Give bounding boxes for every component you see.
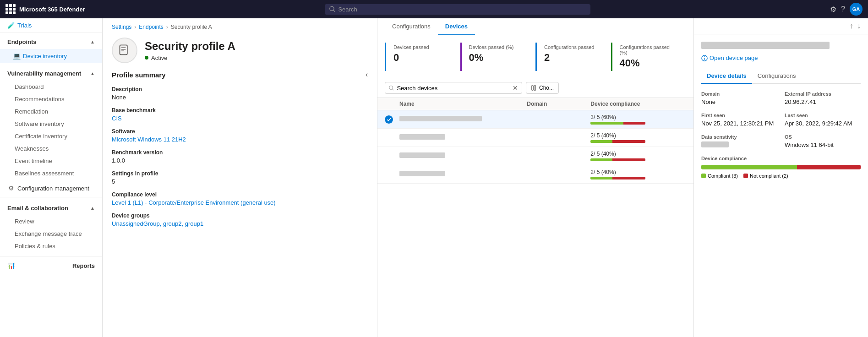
software-value[interactable]: Microsoft Windows 11 21H2: [112, 136, 368, 143]
blurred-device-name: [399, 116, 482, 121]
device-groups-value[interactable]: UnassignedGroup, group2, group1: [112, 220, 368, 227]
collapse-button[interactable]: ‹: [366, 71, 368, 79]
nav-up-button[interactable]: ↑: [850, 22, 853, 30]
info-icon: [701, 55, 708, 61]
svg-line-1: [333, 10, 335, 11]
bar-red: [612, 177, 645, 179]
bar-red: [623, 122, 645, 125]
svg-point-12: [704, 56, 705, 57]
sidebar-item-device-inventory[interactable]: 💻 Device inventory: [0, 49, 102, 63]
sidebar-item-remediation[interactable]: Remediation: [0, 105, 102, 118]
device-search[interactable]: ✕: [385, 82, 522, 94]
sidebar-item-review[interactable]: Review: [0, 215, 102, 228]
svg-rect-9: [534, 86, 536, 91]
search-input[interactable]: [338, 6, 585, 13]
sidebar-section-endpoints: Endpoints ▲ 💻 Device inventory: [0, 33, 102, 65]
sidebar-item-recommendations[interactable]: Recommendations: [0, 93, 102, 105]
summary-title: Profile summary: [112, 71, 166, 79]
document-icon: [118, 44, 131, 57]
sidebar-item-weaknesses[interactable]: Weaknesses: [0, 142, 102, 155]
sidebar-vulnerability-header[interactable]: Vulnerability management ▲: [0, 66, 102, 81]
data-sensitivity-field: Data senstivity: [701, 134, 777, 148]
sidebar-item-policies-rules[interactable]: Policies & rules: [0, 240, 102, 252]
device-inventory-label: Device inventory: [23, 53, 67, 60]
sidebar-email-header[interactable]: Email & collaboration ▲: [0, 201, 102, 215]
sidebar-item-event-timeline[interactable]: Event timeline: [0, 155, 102, 167]
breadcrumb-endpoints[interactable]: Endpoints: [139, 24, 163, 30]
svg-point-0: [330, 6, 334, 11]
main-layout: 🧪 Trials Endpoints ▲ 💻 Device inventory …: [0, 18, 868, 337]
sidebar-item-baselines[interactable]: Baselines assessment: [0, 167, 102, 179]
compliance-level-label: Compliance level: [112, 191, 368, 198]
detail-tab-configurations[interactable]: Configurations: [752, 69, 802, 84]
profile-panel: Settings › Endpoints › Security profile …: [103, 18, 377, 337]
table-row[interactable]: 3/ 5 (60%): [377, 110, 693, 129]
os-value: Windows 11 64-bit: [785, 141, 861, 148]
status-dot: [145, 56, 148, 60]
sidebar-endpoints-header[interactable]: Endpoints ▲: [0, 35, 102, 49]
tab-configurations[interactable]: Configurations: [385, 18, 438, 35]
sidebar-reports-header[interactable]: 📊 Reports: [0, 258, 102, 273]
policies-rules-label: Policies & rules: [15, 243, 55, 250]
compliance-bar: [590, 140, 645, 143]
device-search-input[interactable]: [397, 85, 510, 92]
user-avatar[interactable]: GA: [850, 3, 863, 16]
os-field: OS Windows 11 64-bit: [785, 134, 861, 148]
compliance-bar: [590, 177, 645, 179]
sidebar-item-config-management[interactable]: ⚙ Configuration management: [0, 181, 102, 195]
tab-devices[interactable]: Devices: [438, 18, 475, 35]
profile-header: Security profile A Active: [103, 34, 377, 71]
detail-grid: Domain None External IP address 20.96.27…: [701, 91, 861, 148]
device-compliance-label: Device compliance: [701, 156, 861, 161]
last-seen-field: Last seen Apr 30, 2022, 9:29:42 AM: [785, 113, 861, 127]
breadcrumb-settings[interactable]: Settings: [112, 24, 131, 30]
bar-green: [590, 158, 612, 161]
columns-icon: [531, 85, 537, 91]
compliance-bar: [590, 158, 645, 161]
stat-devices-passed-pct-value: 0%: [469, 52, 529, 64]
benchmark-value[interactable]: CIS: [112, 115, 368, 122]
help-icon[interactable]: ?: [841, 5, 845, 13]
legend-compliant: Compliant (3): [701, 173, 738, 179]
clear-search-icon[interactable]: ✕: [513, 84, 518, 92]
email-collab-label: Email & collaboration: [7, 205, 68, 212]
row-name: [399, 152, 527, 159]
not-compliant-label: Not compliant (2): [750, 173, 788, 179]
blurred-device-name: [399, 152, 445, 158]
baselines-assessment-label: Baselines assessment: [15, 170, 74, 177]
table-row[interactable]: 2/ 5 (40%): [377, 165, 693, 184]
table-row[interactable]: 2/ 5 (40%): [377, 129, 693, 147]
choose-columns-label: Cho...: [539, 85, 554, 91]
breadcrumb-current: Security profile A: [171, 24, 212, 30]
trials-label: Trials: [17, 22, 32, 29]
sidebar-item-exchange-message-trace[interactable]: Exchange message trace: [0, 228, 102, 240]
table-row[interactable]: 2/ 5 (40%): [377, 147, 693, 165]
sidebar-item-software-inventory[interactable]: Software inventory: [0, 118, 102, 130]
description-label: Description: [112, 86, 368, 92]
sidebar-section-vulnerability: Vulnerability management ▲ Dashboard Rec…: [0, 65, 102, 181]
middle-panel: Configurations Devices Devices passed 0 …: [377, 18, 694, 337]
profile-icon: [112, 38, 137, 63]
detail-tab-device-details[interactable]: Device details: [701, 69, 752, 84]
external-ip-value: 20.96.27.41: [785, 98, 861, 105]
last-seen-label: Last seen: [785, 113, 861, 118]
compliance-level-field: Compliance level Level 1 (L1) - Corporat…: [112, 191, 368, 206]
sidebar-item-dashboard[interactable]: Dashboard: [0, 81, 102, 93]
settings-icon[interactable]: ⚙: [830, 5, 836, 14]
software-inventory-label: Software inventory: [15, 120, 64, 127]
stat-configs-passed-pct-label: Configurations passed (%): [620, 44, 679, 55]
profile-status: Active: [145, 54, 235, 61]
domain-value: None: [701, 98, 777, 105]
endpoints-chevron: ▲: [90, 39, 95, 44]
nav-down-button[interactable]: ↓: [857, 22, 861, 30]
compliance-level-value[interactable]: Level 1 (L1) - Corporate/Enterprise Envi…: [112, 199, 368, 206]
choose-columns-button[interactable]: Cho...: [526, 82, 559, 94]
search-wrap[interactable]: [325, 4, 590, 15]
legend-dot-compliant: [701, 174, 706, 178]
device-search-icon: [389, 85, 394, 91]
open-device-link[interactable]: Open device page: [701, 54, 861, 61]
certificate-inventory-label: Certificate inventory: [15, 133, 67, 140]
sidebar-item-certificate-inventory[interactable]: Certificate inventory: [0, 130, 102, 142]
sidebar-item-trials[interactable]: 🧪 Trials: [0, 18, 102, 33]
search-bar: [91, 4, 824, 15]
